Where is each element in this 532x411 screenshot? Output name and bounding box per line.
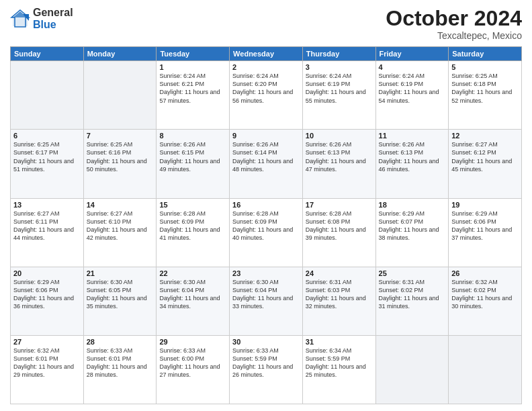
header-monday: Monday: [83, 47, 157, 61]
day-number: 30: [232, 338, 300, 346]
title-block: October 2024 Texcaltepec, Mexico: [386, 7, 522, 41]
calendar-week-row-1: 6Sunrise: 6:25 AMSunset: 6:17 PMDaylight…: [11, 130, 522, 198]
table-row: 17Sunrise: 6:28 AMSunset: 6:08 PMDayligh…: [302, 198, 375, 267]
table-row: 20Sunrise: 6:29 AMSunset: 6:06 PMDayligh…: [11, 267, 84, 335]
header-saturday: Saturday: [449, 47, 522, 61]
header-wednesday: Wednesday: [230, 47, 303, 61]
cell-info: Sunrise: 6:24 AMSunset: 6:19 PMDaylight:…: [306, 72, 373, 105]
day-number: 19: [451, 201, 519, 209]
cell-info: Sunrise: 6:26 AMSunset: 6:13 PMDaylight:…: [379, 140, 446, 173]
cell-info: Sunrise: 6:31 AMSunset: 6:02 PMDaylight:…: [379, 278, 446, 311]
cell-info: Sunrise: 6:32 AMSunset: 6:02 PMDaylight:…: [451, 278, 519, 311]
table-row: 25Sunrise: 6:31 AMSunset: 6:02 PMDayligh…: [375, 267, 449, 335]
logo-general-text: General: [33, 7, 73, 19]
day-number: 6: [13, 132, 81, 140]
cell-info: Sunrise: 6:32 AMSunset: 6:01 PMDaylight:…: [13, 347, 81, 379]
table-row: 3Sunrise: 6:24 AMSunset: 6:19 PMDaylight…: [302, 61, 375, 130]
cell-info: Sunrise: 6:25 AMSunset: 6:17 PMDaylight:…: [13, 140, 81, 173]
cell-info: Sunrise: 6:27 AMSunset: 6:11 PMDaylight:…: [13, 210, 81, 242]
table-row: 27Sunrise: 6:32 AMSunset: 6:01 PMDayligh…: [11, 335, 84, 404]
day-number: 28: [87, 338, 154, 346]
day-number: 10: [306, 132, 373, 140]
table-row: [449, 335, 522, 404]
table-row: 19Sunrise: 6:29 AMSunset: 6:06 PMDayligh…: [449, 198, 522, 267]
cell-info: Sunrise: 6:26 AMSunset: 6:15 PMDaylight:…: [159, 140, 226, 173]
cell-info: Sunrise: 6:29 AMSunset: 6:06 PMDaylight:…: [451, 210, 519, 242]
day-number: 31: [306, 338, 373, 346]
table-row: 2Sunrise: 6:24 AMSunset: 6:20 PMDaylight…: [230, 61, 303, 130]
table-row: 28Sunrise: 6:33 AMSunset: 6:01 PMDayligh…: [83, 335, 157, 404]
table-row: 9Sunrise: 6:26 AMSunset: 6:14 PMDaylight…: [230, 130, 303, 198]
table-row: 10Sunrise: 6:26 AMSunset: 6:13 PMDayligh…: [302, 130, 375, 198]
table-row: 18Sunrise: 6:29 AMSunset: 6:07 PMDayligh…: [375, 198, 449, 267]
table-row: 4Sunrise: 6:24 AMSunset: 6:19 PMDaylight…: [375, 61, 449, 130]
cell-info: Sunrise: 6:24 AMSunset: 6:19 PMDaylight:…: [379, 72, 446, 105]
logo-blue-text: Blue: [33, 19, 73, 31]
day-number: 12: [451, 132, 519, 140]
cell-info: Sunrise: 6:26 AMSunset: 6:13 PMDaylight:…: [306, 140, 373, 173]
cell-info: Sunrise: 6:27 AMSunset: 6:10 PMDaylight:…: [87, 210, 154, 242]
day-number: 25: [379, 269, 446, 277]
day-number: 14: [87, 201, 154, 209]
calendar-week-row-3: 20Sunrise: 6:29 AMSunset: 6:06 PMDayligh…: [11, 267, 522, 335]
table-row: 23Sunrise: 6:30 AMSunset: 6:04 PMDayligh…: [230, 267, 303, 335]
day-number: 20: [13, 269, 81, 277]
cell-info: Sunrise: 6:31 AMSunset: 6:03 PMDaylight:…: [306, 278, 373, 311]
day-number: 15: [159, 201, 226, 209]
cell-info: Sunrise: 6:25 AMSunset: 6:16 PMDaylight:…: [87, 140, 154, 173]
calendar-week-row-2: 13Sunrise: 6:27 AMSunset: 6:11 PMDayligh…: [11, 198, 522, 267]
day-number: 13: [13, 201, 81, 209]
cell-info: Sunrise: 6:24 AMSunset: 6:21 PMDaylight:…: [159, 72, 226, 105]
cell-info: Sunrise: 6:28 AMSunset: 6:08 PMDaylight:…: [306, 210, 373, 242]
day-number: 27: [13, 338, 81, 346]
cell-info: Sunrise: 6:34 AMSunset: 5:59 PMDaylight:…: [306, 347, 373, 379]
day-number: 9: [232, 132, 300, 140]
header: General Blue October 2024 Texcaltepec, M…: [10, 7, 522, 41]
cell-info: Sunrise: 6:24 AMSunset: 6:20 PMDaylight:…: [232, 72, 300, 105]
table-row: [375, 335, 449, 404]
logo-icon: [10, 9, 30, 29]
table-row: 13Sunrise: 6:27 AMSunset: 6:11 PMDayligh…: [11, 198, 84, 267]
table-row: 24Sunrise: 6:31 AMSunset: 6:03 PMDayligh…: [302, 267, 375, 335]
cell-info: Sunrise: 6:29 AMSunset: 6:06 PMDaylight:…: [13, 278, 81, 311]
header-friday: Friday: [375, 47, 449, 61]
page: General Blue October 2024 Texcaltepec, M…: [0, 0, 532, 411]
day-number: 4: [379, 63, 446, 71]
table-row: 15Sunrise: 6:28 AMSunset: 6:09 PMDayligh…: [157, 198, 230, 267]
day-number: 24: [306, 269, 373, 277]
day-number: 5: [451, 63, 519, 71]
cell-info: Sunrise: 6:28 AMSunset: 6:09 PMDaylight:…: [159, 210, 226, 242]
table-row: 21Sunrise: 6:30 AMSunset: 6:05 PMDayligh…: [83, 267, 157, 335]
table-row: 6Sunrise: 6:25 AMSunset: 6:17 PMDaylight…: [11, 130, 84, 198]
table-row: [11, 61, 84, 130]
cell-info: Sunrise: 6:26 AMSunset: 6:14 PMDaylight:…: [232, 140, 300, 173]
cell-info: Sunrise: 6:28 AMSunset: 6:09 PMDaylight:…: [232, 210, 300, 242]
calendar-table: Sunday Monday Tuesday Wednesday Thursday…: [10, 46, 522, 404]
cell-info: Sunrise: 6:33 AMSunset: 5:59 PMDaylight:…: [232, 347, 300, 379]
day-number: 16: [232, 201, 300, 209]
title-month: October 2024: [386, 7, 522, 30]
day-number: 3: [306, 63, 373, 71]
table-row: 22Sunrise: 6:30 AMSunset: 6:04 PMDayligh…: [157, 267, 230, 335]
cell-info: Sunrise: 6:30 AMSunset: 6:05 PMDaylight:…: [87, 278, 154, 311]
header-sunday: Sunday: [11, 47, 84, 61]
table-row: 12Sunrise: 6:27 AMSunset: 6:12 PMDayligh…: [449, 130, 522, 198]
cell-info: Sunrise: 6:33 AMSunset: 6:00 PMDaylight:…: [159, 347, 226, 379]
calendar-week-row-0: 1Sunrise: 6:24 AMSunset: 6:21 PMDaylight…: [11, 61, 522, 130]
day-number: 1: [159, 63, 226, 71]
day-number: 21: [87, 269, 154, 277]
table-row: [83, 61, 157, 130]
day-number: 22: [159, 269, 226, 277]
table-row: 16Sunrise: 6:28 AMSunset: 6:09 PMDayligh…: [230, 198, 303, 267]
logo: General Blue: [10, 7, 73, 30]
table-row: 7Sunrise: 6:25 AMSunset: 6:16 PMDaylight…: [83, 130, 157, 198]
table-row: 14Sunrise: 6:27 AMSunset: 6:10 PMDayligh…: [83, 198, 157, 267]
table-row: 1Sunrise: 6:24 AMSunset: 6:21 PMDaylight…: [157, 61, 230, 130]
day-number: 8: [159, 132, 226, 140]
day-number: 29: [159, 338, 226, 346]
table-row: 30Sunrise: 6:33 AMSunset: 5:59 PMDayligh…: [230, 335, 303, 404]
calendar-week-row-4: 27Sunrise: 6:32 AMSunset: 6:01 PMDayligh…: [11, 335, 522, 404]
cell-info: Sunrise: 6:27 AMSunset: 6:12 PMDaylight:…: [451, 140, 519, 173]
header-thursday: Thursday: [302, 47, 375, 61]
day-number: 2: [232, 63, 300, 71]
